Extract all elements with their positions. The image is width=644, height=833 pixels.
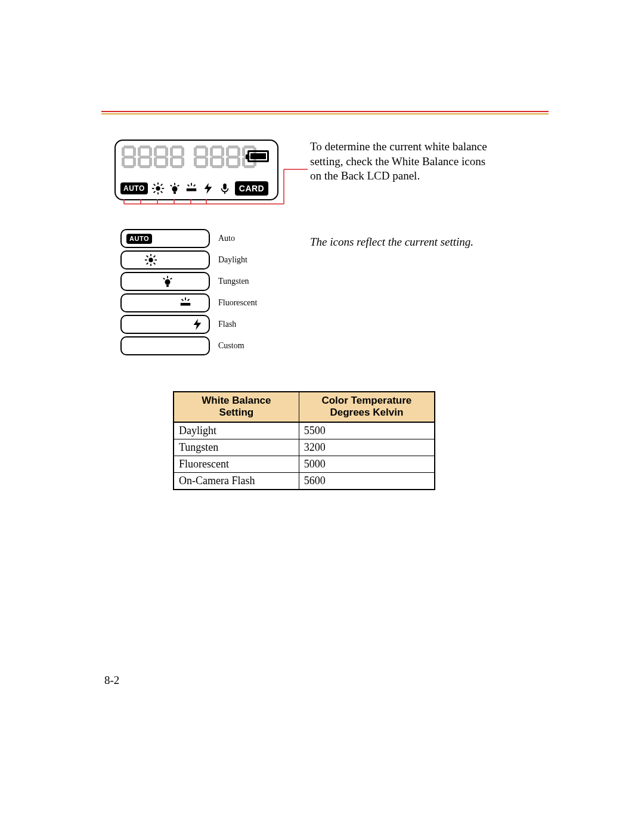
tungsten-icon bbox=[161, 275, 174, 288]
th-line: Setting bbox=[219, 407, 254, 418]
cell-setting: Tungsten bbox=[174, 439, 299, 456]
svg-line-10 bbox=[170, 185, 172, 187]
lcd-digit bbox=[138, 145, 152, 168]
th-line: Degrees Kelvin bbox=[330, 407, 403, 418]
table-row: Fluorescent 5000 bbox=[174, 456, 435, 472]
legend-label: Daylight bbox=[218, 255, 247, 265]
cell-setting: On-Camera Flash bbox=[174, 472, 299, 490]
svg-line-6 bbox=[160, 191, 162, 193]
th-line: Color Temperature bbox=[321, 395, 411, 406]
legend-row-auto: AUTO Auto bbox=[120, 229, 264, 248]
table-row: On-Camera Flash 5600 bbox=[174, 472, 435, 490]
header-rule-gold bbox=[101, 113, 549, 114]
cell-kelvin: 5000 bbox=[299, 456, 435, 472]
lcd-white-balance-icons: AUTO CARD bbox=[120, 181, 268, 196]
svg-marker-49 bbox=[194, 319, 202, 330]
svg-line-5 bbox=[153, 184, 155, 186]
legend-pill-daylight bbox=[120, 250, 210, 270]
legend-row-flash: Flash bbox=[120, 315, 264, 334]
flash-icon bbox=[202, 182, 215, 195]
svg-line-37 bbox=[154, 263, 156, 265]
lcd-digit bbox=[170, 145, 184, 168]
white-balance-legend: AUTO Auto Daylight Tungsten bbox=[120, 229, 264, 358]
tungsten-icon bbox=[168, 182, 181, 195]
legend-row-tungsten: Tungsten bbox=[120, 272, 264, 291]
table-row: Daylight 5500 bbox=[174, 422, 435, 439]
svg-rect-17 bbox=[187, 188, 197, 191]
lcd-digit bbox=[194, 145, 208, 168]
legend-row-daylight: Daylight bbox=[120, 250, 264, 270]
white-balance-table: White Balance Setting Color Temperature … bbox=[173, 391, 435, 490]
svg-line-41 bbox=[163, 278, 165, 280]
svg-line-38 bbox=[147, 263, 148, 265]
legend-label: Auto bbox=[218, 234, 235, 243]
svg-line-39 bbox=[154, 256, 156, 258]
cell-kelvin: 5600 bbox=[299, 472, 435, 490]
lcd-digit bbox=[226, 145, 240, 168]
legend-pill-custom bbox=[120, 336, 210, 355]
lcd-digit-row bbox=[122, 145, 256, 168]
table-header-row: White Balance Setting Color Temperature … bbox=[174, 392, 435, 422]
th-line: White Balance bbox=[202, 395, 271, 406]
svg-rect-19 bbox=[223, 184, 227, 190]
auto-icon: AUTO bbox=[120, 182, 148, 194]
svg-point-0 bbox=[156, 186, 160, 190]
table-row: Tungsten 3200 bbox=[174, 439, 435, 456]
lcd-digit bbox=[154, 145, 168, 168]
lcd-digit bbox=[122, 145, 136, 168]
legend-pill-flash bbox=[120, 315, 210, 334]
intro-paragraph: To determine the current white balance s… bbox=[310, 140, 489, 184]
legend-label: Tungsten bbox=[218, 277, 249, 286]
legend-row-fluorescent: Fluorescent bbox=[120, 293, 264, 312]
icon-caption: The icons reflect the current setting. bbox=[310, 235, 477, 250]
svg-line-7 bbox=[153, 191, 155, 193]
page-number: 8-2 bbox=[104, 674, 119, 687]
svg-point-12 bbox=[172, 186, 177, 191]
flash-icon bbox=[191, 318, 204, 331]
auto-icon: AUTO bbox=[126, 234, 152, 244]
svg-line-11 bbox=[177, 185, 179, 187]
svg-point-31 bbox=[148, 258, 153, 262]
table-header-kelvin: Color Temperature Degrees Kelvin bbox=[299, 392, 435, 422]
svg-line-8 bbox=[160, 184, 162, 186]
svg-point-43 bbox=[165, 279, 170, 284]
back-lcd-panel: AUTO CARD bbox=[114, 140, 278, 200]
fluorescent-icon bbox=[185, 182, 198, 195]
fluorescent-icon bbox=[179, 296, 192, 309]
legend-pill-tungsten bbox=[120, 272, 210, 291]
cell-setting: Daylight bbox=[174, 422, 299, 439]
svg-rect-13 bbox=[174, 192, 176, 194]
legend-label: Flash bbox=[218, 320, 236, 329]
legend-pill-fluorescent bbox=[120, 293, 210, 312]
microphone-icon bbox=[218, 182, 231, 195]
battery-icon bbox=[247, 150, 269, 162]
svg-line-36 bbox=[147, 256, 148, 258]
card-icon: CARD bbox=[235, 181, 268, 196]
daylight-icon bbox=[151, 182, 165, 195]
svg-line-42 bbox=[171, 278, 172, 280]
svg-marker-18 bbox=[204, 183, 212, 194]
header-rule-red bbox=[101, 111, 549, 112]
svg-line-46 bbox=[182, 299, 184, 301]
daylight-icon bbox=[144, 253, 157, 267]
lcd-digit bbox=[210, 145, 224, 168]
cell-kelvin: 5500 bbox=[299, 422, 435, 439]
legend-pill-auto: AUTO bbox=[120, 229, 210, 248]
svg-rect-48 bbox=[181, 303, 191, 306]
legend-label: Custom bbox=[218, 341, 244, 351]
svg-line-16 bbox=[193, 185, 195, 187]
legend-label: Fluorescent bbox=[218, 298, 257, 308]
table-header-setting: White Balance Setting bbox=[174, 392, 299, 422]
svg-rect-44 bbox=[166, 285, 169, 287]
manual-page: AUTO CARD bbox=[0, 0, 644, 833]
cell-kelvin: 3200 bbox=[299, 439, 435, 456]
svg-line-15 bbox=[187, 185, 189, 187]
svg-line-47 bbox=[188, 299, 190, 301]
cell-setting: Fluorescent bbox=[174, 456, 299, 472]
legend-row-custom: Custom bbox=[120, 336, 264, 355]
